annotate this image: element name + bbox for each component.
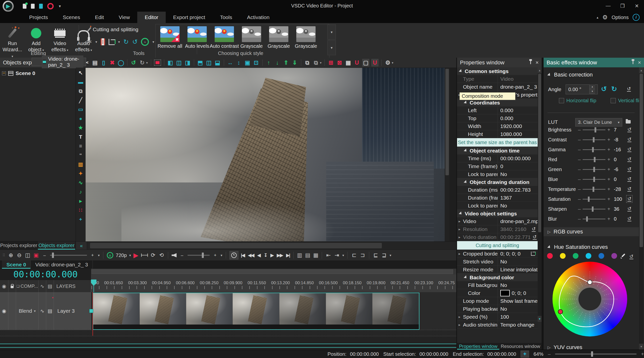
go-start-icon[interactable]: |◀ [241,253,244,258]
magnet-grid-icon[interactable]: U [354,59,360,66]
slider-reset-icon[interactable]: ↺ [628,127,632,132]
preview-horizontal-scrollbar[interactable] [87,242,456,250]
slider-handle[interactable] [592,187,594,192]
prop-value[interactable]: No [498,202,538,210]
slider-reset-icon[interactable]: ↺ [628,196,632,202]
layer-name[interactable]: Layer 3 [54,292,91,330]
crop-tool-icon[interactable] [108,39,115,45]
video-tool-icon[interactable]: ▸ [77,197,84,205]
slider-plus-icon[interactable]: + [608,206,610,212]
slider-handle[interactable] [593,177,595,182]
layer-waveform-icon[interactable]: ∿ [38,292,46,330]
center-playhead-icon[interactable]: + [520,350,529,357]
collapse-icon[interactable] [464,148,468,152]
composition-column-header[interactable]: ❏COMP... [16,280,38,292]
move-down-icon[interactable]: ↓ [274,59,281,66]
collapse-icon[interactable] [459,212,463,215]
prop-button-cutting-and-splitting[interactable]: Cutting and splitting [457,241,538,250]
prop-value[interactable]: No [498,258,538,265]
save-project-icon[interactable] [39,4,43,9]
slider-minus-icon[interactable]: – [578,137,581,143]
prop-value[interactable]: 00:00:22.771↺ [498,233,538,241]
prop-value[interactable]: drone-pan_2_ 3 [498,83,538,91]
minimize-button[interactable]: — [601,0,615,12]
info-icon[interactable]: i [632,14,640,21]
slider-track[interactable] [583,209,606,210]
lut-folder-icon[interactable] [626,120,631,123]
rgb-curves-section[interactable]: ▷RGB curves [544,227,644,236]
options-button[interactable]: Options [612,15,629,20]
magnet-objects-icon[interactable]: U [372,59,378,66]
menu-item-activation[interactable]: Activation [240,12,277,23]
slider-track[interactable] [583,189,606,190]
hue-saturation-section[interactable]: Hue Saturation curves [544,244,644,250]
rotate-ccw-90-icon[interactable]: ↺ [601,85,607,93]
slider-plus-icon[interactable]: + [608,196,610,202]
prop-value[interactable]: Tempo change [498,321,538,328]
prop-value[interactable]: 1080.000 [498,130,538,138]
prop-button-set-the-same-size-as-the-parent-has[interactable]: Set the same size as the parent has [457,138,538,147]
properties-scrollbar[interactable]: ▲ ▼ [538,67,542,322]
quick-style-remove-all-0[interactable]: ✖Remove all [157,25,183,49]
prop-value[interactable]: 0; 0; 0 [498,289,538,297]
jump-start-icon[interactable]: ⇤ [326,252,332,259]
quick-style-auto-contrast-2[interactable]: Auto contrast [212,25,237,49]
new-project-icon[interactable] [23,4,26,9]
close-button[interactable]: ✕ [630,0,644,12]
line-tool-icon[interactable]: ╱ [77,97,84,104]
video-preview[interactable] [86,68,445,241]
layer-list-icon[interactable]: ▤▾ [46,292,54,330]
playbar-drag-handle[interactable]: ⠿ [2,253,6,257]
slider-minus-icon[interactable]: – [578,127,581,133]
slider-track[interactable] [583,169,606,170]
undo-icon[interactable]: ↺ [130,59,137,66]
prev-scene-icon[interactable]: ◀◀ [248,253,254,258]
tab-projects-explorer[interactable]: Projects explorer [0,241,38,250]
step-back-icon[interactable]: ◀ [258,253,260,258]
marquee-icon[interactable]: ▢ [362,59,369,66]
timeline-ruler[interactable]: 00000:01.65000:03.30000:04.95000:06.6000… [91,275,456,292]
align-left-icon[interactable]: ◧ [167,59,174,66]
quick-style-up-button[interactable]: ▾ [328,25,336,40]
video-clip[interactable] [93,293,420,330]
scene-tool-icon[interactable]: ▬ [77,78,84,86]
reset-icon[interactable]: ↺ [533,235,537,240]
slider-handle[interactable] [586,216,588,222]
align-bottom-icon[interactable]: ⬓ [214,59,221,66]
slider-handle[interactable] [593,167,595,172]
timeline-zoom-selection-icon[interactable]: ▣ [33,252,39,259]
tab-scene-0[interactable]: Scene 0 [2,260,31,269]
zoom-minus-icon[interactable]: – [42,252,48,259]
timeline-zoom-slider[interactable] [50,255,87,256]
preview-resolution[interactable]: 720p [116,253,127,258]
collapse-icon[interactable] [464,101,468,104]
expand-icon[interactable]: ▸ [457,321,462,328]
collapse-icon[interactable] [459,69,463,73]
volume-minus-icon[interactable]: – [179,252,185,259]
slider-handle[interactable] [594,157,596,162]
zoom-plus-icon[interactable]: + [90,252,96,259]
timeline-zoom-in-icon[interactable]: ⊕ [8,252,14,259]
waveform-column-icon[interactable]: ∿ [38,280,46,292]
bring-front-icon[interactable]: ⇑ [283,59,289,66]
dropdown-caret-icon[interactable]: ▾ [152,40,154,44]
angle-spinner[interactable]: ▲▼ [589,84,595,94]
quick-style-auto-levels-1[interactable]: Auto levels [184,25,210,49]
shift-left-icon[interactable]: ⊑ [373,252,379,259]
prop-section-object-drawing-duration[interactable]: Object drawing duration [457,178,538,186]
slider-reset-icon[interactable]: ↺ [628,206,632,212]
move-tool-icon[interactable]: + [77,216,84,223]
snap-objects-icon[interactable]: ⊠ [336,59,343,66]
collapse-icon[interactable] [464,180,468,184]
zoom-dropdown-icon[interactable]: ▾ [98,253,100,257]
prop-section-background-color[interactable]: Background color [457,274,538,281]
slider-minus-icon[interactable]: – [578,176,581,182]
hue-reset-icon[interactable]: ↺ [630,254,633,259]
prop-section-common-settings[interactable]: Common settings [457,67,538,75]
prop-value[interactable]: 0.000 [498,114,538,122]
sprite-tool-icon[interactable]: ∷ [77,207,84,214]
vertical-flip-checkbox[interactable]: Vertical flip [610,98,642,103]
expand-icon[interactable]: ▸ [457,250,462,257]
slider-minus-icon[interactable]: – [578,167,581,172]
ungroup-icon[interactable]: ⧉ [313,59,319,66]
